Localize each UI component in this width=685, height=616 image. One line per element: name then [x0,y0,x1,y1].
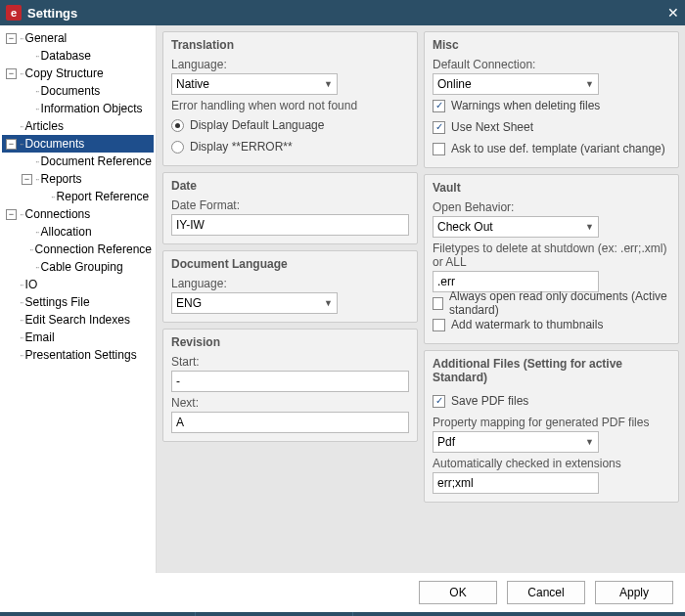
radio-display-error[interactable]: Display **ERROR** [171,136,409,157]
window-title: Settings [27,6,77,21]
checkbox-icon: ✓ [433,100,445,112]
tree-item[interactable]: ··Cable Grouping [2,258,154,276]
collapse-icon[interactable]: − [6,139,17,150]
tree-connector: ·· [35,174,39,185]
select-value: Online [437,77,472,91]
tree-item[interactable]: ··IO [2,276,154,293]
tree-connector: ·· [20,139,23,150]
doc-language-select[interactable]: ENG ▼ [171,292,338,314]
radio-icon [171,119,184,132]
open-behavior-label: Open Behavior: [433,200,670,214]
tree-item[interactable]: ··Report Reference [2,188,154,205]
checkbox-label: Always open read only documents (Active … [449,289,670,317]
tree-connector: ·· [51,192,55,202]
panel-title: Date [171,179,409,193]
tree-item-label: IO [25,278,38,291]
tree-connector: ·· [20,315,23,326]
watermark-checkbox[interactable]: Add watermark to thumbnails [433,314,670,335]
tree-item[interactable]: ··Edit Search Indexes [2,311,154,329]
select-value: Pdf [437,435,455,449]
tree-connector: ·· [20,297,23,308]
tree-item-label: Presentation Settings [25,348,137,362]
tree-item[interactable]: −··Reports [2,170,154,188]
tree-item[interactable]: −··General [2,29,154,47]
checkbox-icon [433,297,443,310]
panel-misc: Misc Default Connection: Online ▼ ✓ Warn… [424,31,679,168]
tree-item-label: Copy Structure [25,66,104,80]
tree-item-label: Documents [25,137,85,151]
collapse-icon[interactable]: − [6,68,17,79]
default-connection-select[interactable]: Online ▼ [433,73,599,95]
ask-template-checkbox[interactable]: Ask to use def. template (variant change… [433,138,670,159]
apply-button[interactable]: Apply [595,581,673,604]
tree-item[interactable]: ··Connection Reference [2,241,154,258]
settings-tree: −··General··Database−··Copy Structure··D… [0,25,157,573]
tree-item-label: Database [41,49,91,63]
language-select[interactable]: Native ▼ [171,73,338,95]
tree-item[interactable]: ··Email [2,329,154,346]
select-value: Check Out [437,220,493,234]
checkbox-icon [433,143,445,155]
doc-language-label: Language: [171,277,409,290]
status-bar: Standard: MANUAL-SE Main Folder: MANUAL-… [0,612,685,616]
revision-next-input[interactable] [171,412,409,433]
collapse-icon[interactable]: − [6,33,17,44]
cancel-button[interactable]: Cancel [507,581,585,604]
tree-connector: ·· [20,332,23,343]
tree-connector: ·· [29,244,33,255]
ok-button[interactable]: OK [419,581,497,604]
tree-item-label: Information Objects [41,102,143,115]
tree-leaf-icon [22,262,32,273]
chevron-down-icon: ▼ [585,222,594,232]
checkbox-label: Save PDF files [451,394,528,408]
collapse-icon[interactable]: − [22,174,32,185]
tree-item[interactable]: −··Copy Structure [2,65,154,82]
tree-item[interactable]: ··Settings File [2,293,154,311]
auto-check-input[interactable] [433,472,599,494]
revision-start-input[interactable] [171,371,409,392]
date-format-input[interactable] [171,214,409,236]
select-value: Native [176,77,209,91]
tree-leaf-icon [6,280,17,290]
panel-document-language: Document Language Language: ENG ▼ [162,250,418,323]
filetypes-label: Filetypes to delete at shutdown (ex: .er… [433,242,670,269]
checkbox-label: Ask to use def. template (variant change… [451,142,665,155]
radio-display-default[interactable]: Display Default Language [171,114,409,136]
tree-item[interactable]: ··Information Objects [2,100,154,117]
date-format-label: Date Format: [171,198,409,212]
tree-leaf-icon [6,297,17,308]
mapping-select[interactable]: Pdf ▼ [433,431,599,453]
next-sheet-checkbox[interactable]: ✓ Use Next Sheet [433,116,670,138]
tree-connector: ·· [20,121,23,132]
tree-item[interactable]: ··Articles [2,117,154,135]
open-behavior-select[interactable]: Check Out ▼ [433,216,599,238]
checkbox-icon: ✓ [433,121,445,134]
tree-item[interactable]: ··Documents [2,82,154,100]
tree-item[interactable]: ··Document Reference [2,153,154,170]
warnings-checkbox[interactable]: ✓ Warnings when deleting files [433,95,670,116]
checkbox-icon: ✓ [433,395,445,408]
tree-item[interactable]: −··Connections [2,205,154,223]
tree-item[interactable]: ··Presentation Settings [2,346,154,364]
panel-title: Revision [171,335,409,349]
settings-content: Translation Language: Native ▼ Error han… [157,25,685,573]
close-icon[interactable]: ✕ [667,5,679,21]
tree-item-label: Document Reference [41,154,152,168]
tree-item-label: Edit Search Indexes [25,313,130,327]
collapse-icon[interactable]: − [6,209,17,220]
tree-leaf-icon [6,350,17,361]
tree-item[interactable]: ··Allocation [2,223,154,241]
tree-item[interactable]: −··Documents [2,135,154,153]
panel-revision: Revision Start: Next: [162,329,418,442]
tree-item[interactable]: ··Database [2,47,154,65]
tree-leaf-icon [22,227,32,238]
tree-leaf-icon [6,121,17,132]
panel-title: Vault [433,181,670,195]
auto-check-label: Automatically checked in extensions [433,457,670,470]
status-standard: Standard: MANUAL-SE [0,612,196,616]
readonly-checkbox[interactable]: Always open read only documents (Active … [433,292,670,314]
select-value: ENG [176,296,202,310]
tree-item-label: Articles [25,119,64,133]
tree-connector: ·· [35,262,39,273]
save-pdf-checkbox[interactable]: ✓ Save PDF files [433,390,670,412]
